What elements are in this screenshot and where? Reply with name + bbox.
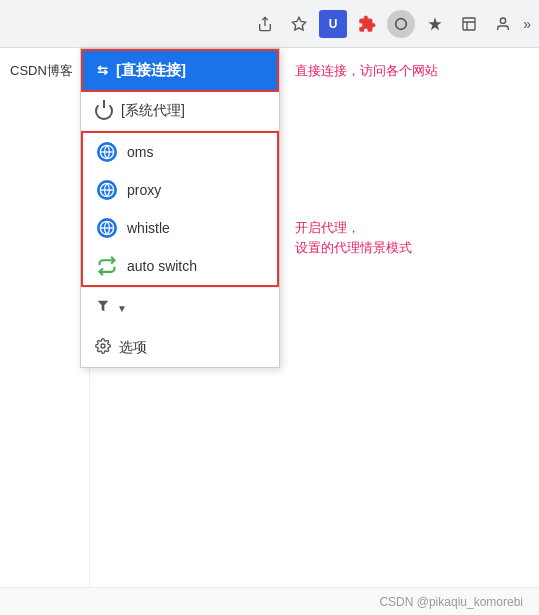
annotation-proxy: 开启代理，设置的代理情景模式 [295,218,412,257]
svg-point-11 [101,344,105,348]
globe-icon-whistle [97,218,117,238]
direct-connect-icon: ⇆ [97,63,108,78]
proxy-item-oms-label: oms [127,144,153,160]
proxy-item-whistle-label: whistle [127,220,170,236]
svg-point-4 [501,18,506,23]
footer-text: CSDN @pikaqiu_komorebi [379,595,523,609]
svg-marker-1 [293,17,306,30]
proxy-item-oms[interactable]: oms [83,133,277,171]
svg-point-2 [396,18,407,29]
share-icon[interactable] [251,10,279,38]
filter-row: ▼ [81,287,279,328]
power-icon [95,102,113,120]
tab-grid-icon[interactable] [455,10,483,38]
tab-count-badge: U [319,10,347,38]
profile-icon[interactable] [489,10,517,38]
globe-icon-proxy [97,180,117,200]
direct-connect-header[interactable]: ⇆ [直接连接] [81,49,279,92]
filter-dropdown-arrow-icon[interactable]: ▼ [117,303,127,314]
proxy-list: oms proxy [81,131,279,287]
switch-icon-autoswitch [97,256,117,276]
proxy-item-autoswitch[interactable]: auto switch [83,247,277,285]
extensions-icon[interactable] [421,10,449,38]
proxy-item-whistle[interactable]: whistle [83,209,277,247]
proxy-switcher-icon[interactable] [387,10,415,38]
system-proxy-row[interactable]: [系统代理] [81,92,279,131]
browser-toolbar: U » [0,0,539,48]
more-chevron-icon[interactable]: » [523,16,531,32]
proxy-item-proxy-label: proxy [127,182,161,198]
sidebar-label: CSDN博客 [0,48,90,587]
globe-icon-oms [97,142,117,162]
options-label: 选项 [119,339,147,357]
options-icon [95,338,111,357]
footer: CSDN @pikaqiu_komorebi [0,587,539,615]
annotation-direct: 直接连接，访问各个网站 [295,62,438,80]
proxy-dropdown: ⇆ [直接连接] [系统代理] oms [80,48,280,368]
main-area: CSDN博客 ⇆ [直接连接] [系统代理] oms [0,48,539,587]
svg-rect-3 [463,18,475,30]
options-row[interactable]: 选项 [81,328,279,367]
proxy-item-proxy[interactable]: proxy [83,171,277,209]
system-proxy-label: [系统代理] [121,102,185,120]
star-icon[interactable] [285,10,313,38]
puzzle-ext-icon[interactable] [353,10,381,38]
filter-icon[interactable] [95,298,111,318]
direct-connect-label: [直接连接] [116,61,186,80]
proxy-item-autoswitch-label: auto switch [127,258,197,274]
